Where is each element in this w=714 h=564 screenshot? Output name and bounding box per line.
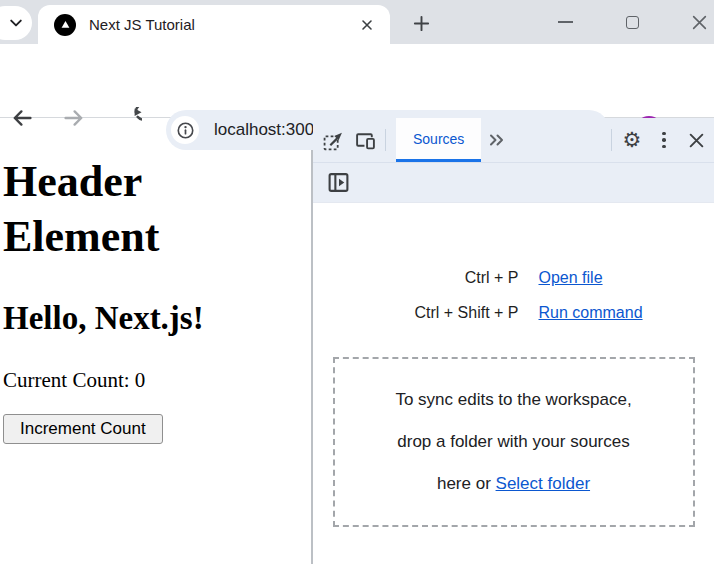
sources-empty-state: Ctrl + P Open file Ctrl + Shift + P Run … — [313, 203, 714, 564]
more-tabs-button[interactable] — [481, 118, 513, 162]
chevron-down-icon — [8, 15, 24, 31]
show-navigator-button[interactable] — [322, 171, 354, 194]
select-folder-link[interactable]: Select folder — [496, 474, 591, 493]
run-command-link[interactable]: Run command — [539, 304, 643, 321]
content-area: Header Element Hello, Next.js! Current C… — [0, 118, 714, 564]
window-close-button[interactable] — [676, 0, 714, 44]
devtools-menu-button[interactable] — [648, 118, 680, 162]
plus-icon — [412, 14, 431, 33]
device-toolbar-button[interactable] — [349, 118, 381, 162]
shortcut-keys: Ctrl + Shift + P — [319, 304, 519, 322]
devtools-toolbar: Sources ⚙ — [313, 118, 714, 163]
dropzone-text-line2: drop a folder with your sources — [397, 432, 629, 451]
sources-tab-label: Sources — [413, 131, 464, 147]
show-navigator-icon — [327, 171, 350, 194]
browser-tab[interactable]: Next JS Tutorial — [38, 5, 390, 44]
shortcut-list: Ctrl + P Open file Ctrl + Shift + P Run … — [313, 269, 714, 322]
window-minimize-button[interactable] — [542, 0, 588, 44]
window-maximize-button[interactable] — [609, 0, 655, 44]
dropzone-text-line1: To sync edits to the workspace, — [395, 390, 631, 409]
devtools-panel: Sources ⚙ — [313, 118, 714, 564]
url-text[interactable]: localhost:3000 — [214, 120, 324, 140]
gear-icon: ⚙ — [623, 128, 642, 152]
double-chevron-icon — [488, 131, 506, 149]
nextjs-favicon-icon — [54, 14, 76, 36]
open-file-link[interactable]: Open file — [539, 269, 603, 286]
tab-search-button[interactable] — [0, 6, 32, 40]
info-icon — [176, 121, 195, 140]
page-heading: Header Element — [3, 154, 253, 264]
forward-button[interactable] — [58, 102, 90, 134]
toolbar-divider — [611, 129, 612, 151]
forward-arrow-icon — [62, 106, 86, 130]
back-button[interactable] — [6, 102, 38, 134]
web-page: Header Element Hello, Next.js! Current C… — [0, 118, 313, 564]
toolbar-spacer — [513, 118, 607, 162]
reload-button[interactable] — [114, 102, 146, 134]
site-info-button[interactable] — [171, 116, 199, 144]
tab-title: Next JS Tutorial — [89, 16, 354, 33]
device-toolbar-icon — [355, 130, 376, 151]
back-arrow-icon — [10, 106, 34, 130]
workspace-dropzone[interactable]: To sync edits to the workspace, drop a f… — [333, 357, 695, 527]
maximize-icon — [626, 16, 639, 29]
close-icon — [688, 132, 705, 149]
inspect-element-button[interactable] — [317, 118, 349, 162]
kebab-icon — [662, 132, 666, 149]
address-toolbar: localhost:3000 ☆ F — [0, 44, 714, 118]
tab-close-icon[interactable] — [354, 12, 380, 38]
reload-icon — [119, 107, 142, 130]
minimize-icon — [558, 21, 573, 23]
inspect-cursor-icon — [323, 130, 344, 151]
dropzone-text-line3: here or — [437, 474, 491, 493]
sources-sidebar-header — [313, 163, 714, 203]
new-tab-button[interactable] — [406, 8, 436, 38]
devtools-close-button[interactable] — [680, 118, 712, 162]
shortcut-keys: Ctrl + P — [319, 269, 519, 287]
shortcut-row: Ctrl + P Open file — [313, 269, 714, 287]
shortcut-row: Ctrl + Shift + P Run command — [313, 304, 714, 322]
increment-count-button[interactable]: Increment Count — [3, 414, 163, 444]
devtools-settings-button[interactable]: ⚙ — [616, 118, 648, 162]
close-icon — [691, 14, 708, 31]
count-text: Current Count: 0 — [3, 368, 311, 393]
tab-sources[interactable]: Sources — [396, 118, 481, 162]
tab-strip: Next JS Tutorial — [0, 0, 714, 44]
page-subheading: Hello, Next.js! — [3, 300, 311, 337]
toolbar-divider — [385, 129, 386, 151]
